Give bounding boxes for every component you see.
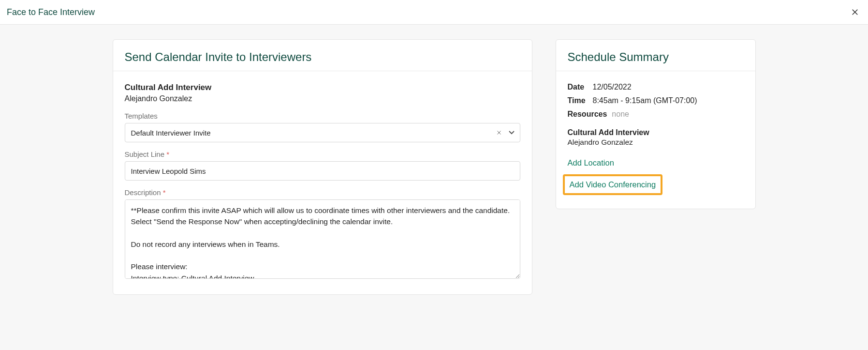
- interviewer-name: Alejandro Gonzalez: [125, 94, 520, 103]
- subject-label: Subject Line *: [125, 150, 520, 158]
- summary-resources-row: Resources none: [568, 110, 744, 119]
- description-label: Description *: [125, 188, 520, 197]
- subject-input[interactable]: [125, 161, 520, 181]
- templates-clear-button[interactable]: [494, 128, 504, 137]
- summary-interview-block: Cultural Add Interview Alejandro Gonzale…: [568, 128, 744, 147]
- send-invite-card: Send Calendar Invite to Interviewers Cul…: [113, 39, 532, 295]
- add-video-conferencing-button[interactable]: Add Video Conferencing: [570, 180, 656, 189]
- summary-resources-label: Resources: [568, 110, 607, 119]
- send-invite-card-title: Send Calendar Invite to Interviewers: [125, 50, 520, 64]
- schedule-summary-title: Schedule Summary: [568, 50, 744, 64]
- required-indicator: *: [163, 188, 166, 197]
- add-video-row-highlight: Add Video Conferencing: [563, 174, 663, 195]
- summary-resources-value: none: [612, 110, 629, 119]
- schedule-summary-header: Schedule Summary: [556, 40, 755, 71]
- summary-interviewer: Alejandro Gonzalez: [568, 138, 744, 147]
- summary-date-label: Date: [568, 83, 588, 91]
- description-field: Description *: [125, 188, 520, 281]
- templates-dropdown-toggle[interactable]: [507, 129, 516, 137]
- templates-label: Templates: [125, 112, 520, 120]
- subject-field: Subject Line *: [125, 150, 520, 181]
- summary-time-row: Time 8:45am - 9:15am (GMT-07:00): [568, 96, 744, 105]
- add-location-button[interactable]: Add Location: [568, 158, 614, 167]
- summary-time-value: 8:45am - 9:15am (GMT-07:00): [593, 96, 697, 105]
- description-label-text: Description: [125, 188, 161, 197]
- description-textarea[interactable]: [125, 199, 520, 279]
- x-icon: [496, 130, 502, 136]
- interview-type-heading: Cultural Add Interview: [125, 83, 520, 92]
- close-button[interactable]: [849, 6, 861, 18]
- schedule-summary-card: Schedule Summary Date 12/05/2022 Time 8:…: [556, 39, 756, 209]
- add-location-row: Add Location: [568, 158, 744, 167]
- summary-date-row: Date 12/05/2022: [568, 83, 744, 91]
- templates-select[interactable]: [125, 123, 520, 142]
- modal-title: Face to Face Interview: [7, 7, 95, 17]
- modal-body: Send Calendar Invite to Interviewers Cul…: [0, 25, 868, 350]
- summary-date-value: 12/05/2022: [593, 83, 632, 91]
- templates-select-actions: [494, 123, 516, 142]
- templates-field: Templates: [125, 112, 520, 142]
- summary-time-label: Time: [568, 96, 588, 105]
- close-icon: [851, 8, 859, 16]
- send-invite-card-header: Send Calendar Invite to Interviewers: [113, 40, 532, 71]
- subject-label-text: Subject Line: [125, 150, 165, 158]
- summary-interview-type: Cultural Add Interview: [568, 128, 744, 137]
- required-indicator: *: [166, 150, 169, 158]
- chevron-down-icon: [509, 131, 515, 135]
- modal-header: Face to Face Interview: [0, 0, 868, 25]
